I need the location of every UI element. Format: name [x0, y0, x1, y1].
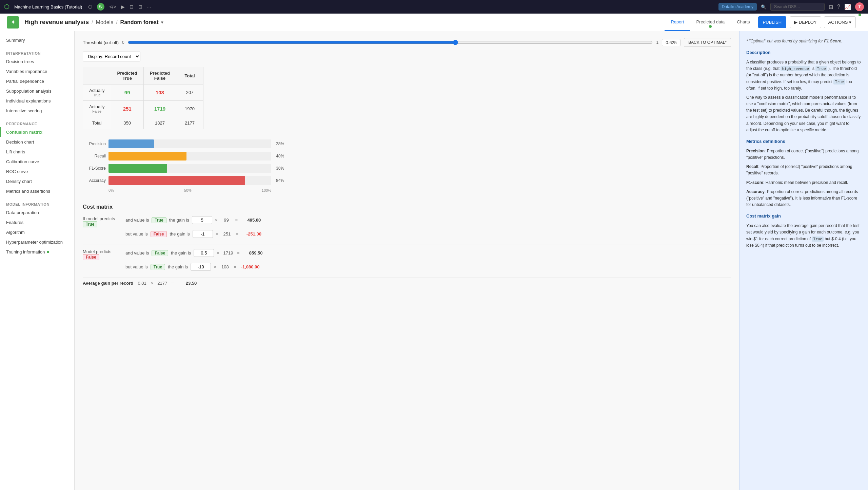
sidebar-item-hyperparameter-optimization[interactable]: Hyperparameter optimization [0, 237, 74, 247]
avg-gain-value: 0.01 [136, 281, 148, 286]
bar-f1score: F1-Score 36% [83, 164, 731, 173]
sidebar-item-decision-trees[interactable]: Decision trees [0, 57, 74, 67]
cost-predicts-true-label: If model predicts True [83, 216, 120, 227]
sidebar-item-decision-chart[interactable]: Decision chart [0, 137, 74, 147]
cost-row-if-false: Model predicts False and value is False … [83, 249, 731, 274]
flow-icon[interactable]: ⬡ [88, 4, 92, 10]
run-icon[interactable]: ▶ [121, 4, 125, 10]
cost-row-if-true: If model predicts True and value is True… [83, 216, 731, 241]
gain-input-fp[interactable] [193, 230, 213, 238]
result-fp: -251.00 [241, 231, 261, 237]
cost-true-subrows: and value is True the gain is × 99 = 495… [125, 216, 261, 241]
equals-4: = [234, 264, 237, 269]
sidebar-item-confusion-matrix[interactable]: Confusion matrix [0, 127, 74, 137]
search-input[interactable] [770, 3, 825, 11]
analytics-icon[interactable]: 📈 [844, 4, 851, 10]
axis-100pct: 100% [262, 188, 271, 192]
threshold-slider[interactable] [128, 40, 653, 45]
user-avatar[interactable]: T [855, 2, 864, 11]
sidebar-item-roc-curve[interactable]: ROC curve [0, 167, 74, 176]
breadcrumb-models[interactable]: Models [96, 19, 114, 25]
equals-1: = [235, 218, 238, 223]
description-para-1: A classifier produces a probability that… [746, 59, 861, 92]
deploy-icon[interactable]: ⊡ [138, 4, 142, 10]
description-title: Description [746, 49, 861, 56]
gain-is-label-3: the gain is [171, 250, 191, 256]
sidebar-item-data-preparation[interactable]: Data preparation [0, 208, 74, 218]
model-predicts-label: Model predicts [83, 249, 112, 254]
log-icon[interactable]: ⊟ [130, 4, 134, 10]
but-value-is-label-2: but value is [125, 264, 148, 269]
precision-label: Precision [83, 142, 106, 146]
bar-axis: 0% 50% 100% [83, 188, 271, 192]
multiply-icon-3: × [217, 250, 219, 256]
display-dropdown[interactable]: Display: Record count [83, 52, 140, 61]
sidebar-item-individual-explanations[interactable]: Individual explanations [0, 96, 74, 106]
threshold-value[interactable]: 0.625 [662, 39, 680, 46]
value-false-badge-2: False [152, 250, 168, 256]
gain-input-tn[interactable] [194, 249, 214, 257]
accuracy-bar-fill [108, 176, 245, 185]
cm-total-1827: 1827 [143, 117, 176, 129]
recall-label: Recall [83, 154, 106, 158]
result-tp: 495.00 [240, 218, 261, 223]
sidebar-item-lift-charts[interactable]: Lift charts [0, 147, 74, 157]
metrics-definitions-title: Metrics definitions [746, 138, 861, 145]
breadcrumb-sep1: / [92, 19, 93, 25]
breadcrumb-model-name[interactable]: Random forest [120, 19, 159, 25]
predicts-false-badge: False [83, 254, 99, 260]
actions-button[interactable]: ACTIONS ▾ [824, 16, 856, 28]
sidebar-item-summary[interactable]: Summary [0, 35, 74, 45]
and-value-is-label-1: and value is [125, 218, 149, 223]
sidebar-item-density-chart[interactable]: Density chart [0, 176, 74, 186]
sidebar-item-partial-dependence[interactable]: Partial dependence [0, 76, 74, 86]
cm-row-actually-true: ActuallyTrue [83, 84, 111, 101]
project-title[interactable]: High revenue analysis [24, 19, 89, 26]
accuracy-pct: 84% [276, 178, 284, 183]
display-row: Display: Record count [83, 52, 731, 61]
topbar: ⬡ Machine Learning Basics (Tutorial) ⬡ ↻… [0, 0, 868, 14]
sidebar-item-training-information[interactable]: Training information [0, 247, 74, 257]
accuracy-def: Accuracy: Proportion of correct predicti… [746, 189, 861, 208]
code-icon[interactable]: </> [109, 4, 116, 10]
sidebar-item-interactive-scoring[interactable]: Interactive scoring [0, 106, 74, 116]
cm-row-actually-false: ActuallyFalse [83, 101, 111, 117]
gain-is-label-1: the gain is [169, 218, 189, 223]
sidebar-item-metrics-assertions[interactable]: Metrics and assertions [0, 186, 74, 196]
deploy-button[interactable]: ▶ DEPLOY [790, 16, 821, 28]
count-tp: 99 [220, 218, 233, 223]
sidebar-section-performance: PERFORMANCE [0, 118, 74, 127]
breadcrumb: High revenue analysis / Models / Random … [24, 19, 163, 26]
breadcrumb-sep2: / [116, 19, 117, 25]
accuracy-label: Accuracy [83, 178, 106, 183]
avg-equals: = [171, 281, 174, 286]
publish-button[interactable]: PUBLISH [758, 16, 787, 28]
search-icon: 🔍 [761, 4, 766, 10]
sidebar-item-features[interactable]: Features [0, 218, 74, 227]
help-icon[interactable]: ? [837, 4, 840, 10]
app-title: Machine Learning Basics (Tutorial) [14, 4, 82, 10]
tab-report[interactable]: Report [665, 14, 690, 31]
sidebar-item-algorithm[interactable]: Algorithm [0, 227, 74, 237]
gain-input-fn[interactable] [191, 263, 211, 271]
back-to-optimal-button[interactable]: BACK TO OPTIMAL* [684, 38, 731, 47]
refresh-icon[interactable]: ↻ [97, 3, 104, 11]
tab-charts[interactable]: Charts [731, 14, 756, 31]
cm-header-total: Total [176, 67, 203, 84]
sidebar-section-interpretation: INTERPRETATION [0, 47, 74, 57]
grid-icon[interactable]: ⊞ [829, 4, 833, 10]
f1score-bar-fill [108, 164, 167, 173]
sidebar-item-variables-importance[interactable]: Variables importance [0, 67, 74, 76]
gain-input-tp[interactable] [192, 216, 212, 224]
more-icon[interactable]: ··· [147, 4, 151, 10]
value-true-badge-2: True [151, 264, 165, 270]
academy-button[interactable]: Dataiku Academy [718, 3, 757, 11]
tab-predicted-data[interactable]: Predicted data [690, 14, 731, 31]
equals-2: = [236, 231, 238, 237]
but-value-is-label-1: but value is [125, 231, 148, 237]
model-dropdown-icon[interactable]: ▾ [161, 20, 163, 25]
cost-divider [83, 245, 731, 245]
threshold-min: 0 [122, 40, 124, 45]
sidebar-item-subpopulation-analysis[interactable]: Subpopulation analysis [0, 86, 74, 96]
sidebar-item-calibration-curve[interactable]: Calibration curve [0, 157, 74, 167]
